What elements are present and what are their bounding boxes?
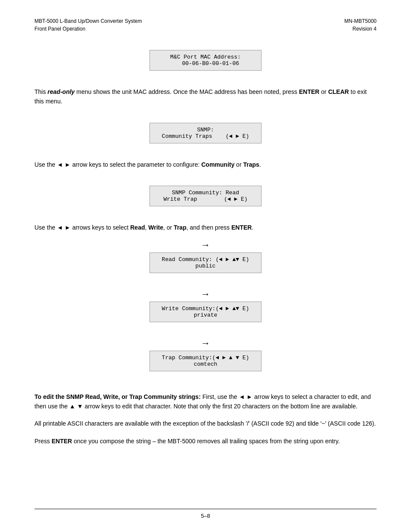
- read-community-wrapper: Read Community: (◄ ► ▲▼ E) public: [34, 252, 377, 282]
- header-doc-number: MN-MBT5000: [344, 17, 377, 25]
- page-header: MBT-5000 L-Band Up/Down Converter System…: [34, 17, 377, 33]
- snmp-read-write-trap-wrapper: SNMP Community: Read Write Trap (◄ ► E): [34, 186, 377, 215]
- snmp-community-traps-description: Use the ◄ ► arrow keys to select the par…: [34, 160, 377, 169]
- arrow-1: →: [34, 240, 377, 250]
- page-container: MBT-5000 L-Band Up/Down Converter System…: [0, 0, 411, 532]
- snmp-community-traps-wrapper: SNMP: Community Traps (◄ ► E): [34, 123, 377, 152]
- arrow-2: →: [34, 289, 377, 299]
- header-right: MN-MBT5000 Revision 4: [344, 17, 377, 33]
- snmp-line2: Community Traps (◄ ► E): [157, 133, 254, 140]
- header-title: MBT-5000 L-Band Up/Down Converter System: [34, 17, 142, 25]
- edit-snmp-description: To edit the SNMP Read, Write, or Trap Co…: [34, 392, 377, 411]
- read-community-codebox: Read Community: (◄ ► ▲▼ E) public: [149, 252, 262, 273]
- page-number: 5–8: [201, 513, 210, 519]
- write-community-codebox: Write Community:(◄ ► ▲▼ E) private: [149, 302, 262, 322]
- trap-community-line1: Trap Community:(◄ ► ▲ ▼ E): [157, 355, 254, 361]
- page-footer: 5–8: [34, 509, 377, 519]
- snmp-select-description: Use the ◄ ► arrows keys to select Read, …: [34, 223, 377, 232]
- trap-community-codebox: Trap Community:(◄ ► ▲ ▼ E) comtech: [149, 351, 262, 371]
- header-subtitle: Front Panel Operation: [34, 25, 142, 33]
- write-community-line2: private: [157, 312, 254, 318]
- snmp-rwt-line2: Write Trap (◄ ► E): [157, 196, 254, 202]
- enter-description: Press ENTER once you compose the string …: [34, 436, 377, 446]
- header-left: MBT-5000 L-Band Up/Down Converter System…: [34, 17, 142, 33]
- snmp-rwt-line1: SNMP Community: Read: [157, 190, 254, 196]
- snmp-read-write-trap-codebox: SNMP Community: Read Write Trap (◄ ► E): [149, 186, 262, 206]
- read-community-line1: Read Community: (◄ ► ▲▼ E): [157, 256, 254, 263]
- arrow-3: →: [34, 339, 377, 348]
- mac-address-line1: M&C Port MAC Address:: [157, 54, 254, 60]
- mac-address-box-wrapper: M&C Port MAC Address: 00-06-B0-00-01-06: [34, 50, 377, 79]
- header-revision: Revision 4: [344, 25, 377, 33]
- mac-address-description: This read-only menu shows the unit MAC a…: [34, 87, 377, 106]
- read-community-line2: public: [157, 263, 254, 269]
- snmp-line1: SNMP:: [157, 127, 254, 133]
- trap-community-line2: comtech: [157, 361, 254, 367]
- mac-address-line2: 00-06-B0-00-01-06: [157, 60, 254, 67]
- write-community-line1: Write Community:(◄ ► ▲▼ E): [157, 305, 254, 312]
- trap-community-wrapper: Trap Community:(◄ ► ▲ ▼ E) comtech: [34, 351, 377, 380]
- ascii-description: All printable ASCII characters are avail…: [34, 419, 377, 428]
- snmp-community-traps-codebox: SNMP: Community Traps (◄ ► E): [149, 123, 262, 143]
- write-community-wrapper: Write Community:(◄ ► ▲▼ E) private: [34, 302, 377, 331]
- mac-address-codebox: M&C Port MAC Address: 00-06-B0-00-01-06: [149, 50, 262, 71]
